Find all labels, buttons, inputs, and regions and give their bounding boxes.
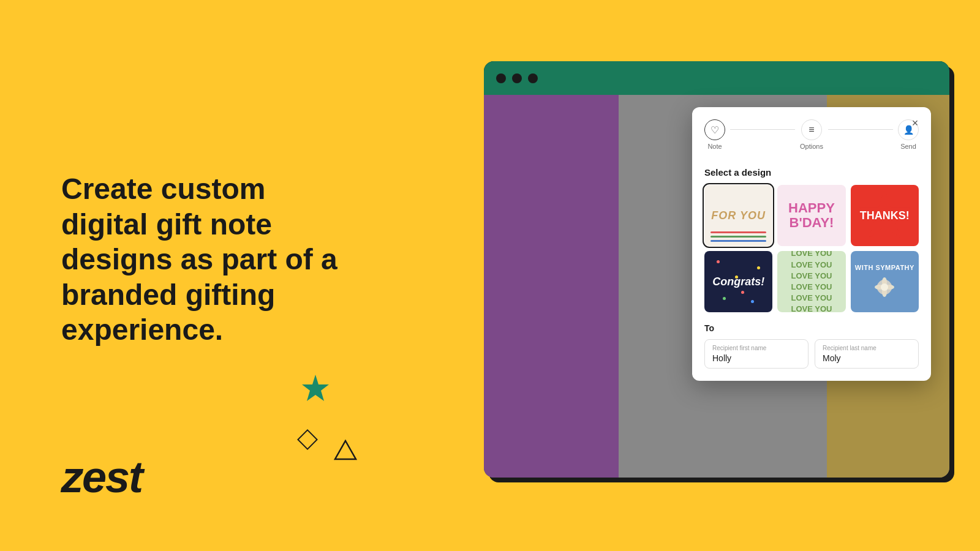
browser-dot-3 (528, 73, 538, 83)
confetti-dot-2 (757, 266, 760, 269)
step-line-2 (828, 129, 893, 130)
first-name-value: Holly (712, 353, 801, 363)
bg-purple (484, 95, 619, 478)
svg-marker-0 (302, 375, 329, 401)
hero-text: Create custom digital gift note designs … (61, 171, 355, 348)
browser-dot-2 (512, 73, 522, 83)
first-name-label: Recipient first name (712, 345, 801, 351)
confetti-dot-5 (741, 291, 744, 294)
card-congrats[interactable]: Congrats! (704, 251, 772, 312)
recipient-first-name-field[interactable]: Recipient first name Holly (704, 339, 809, 369)
thanks-text: THANKS! (860, 209, 910, 222)
step-line-1 (730, 129, 795, 130)
card-love-you[interactable]: LOVE YOULOVE YOULOVE YOULOVE YOULOVE YOU… (777, 251, 845, 312)
gift-note-modal: × ♡ Note ≡ Options 👤 Send Selec (692, 107, 931, 381)
card-happy-bday[interactable]: HAPPYB'DAY! (777, 185, 845, 246)
love-you-text: LOVE YOULOVE YOULOVE YOULOVE YOULOVE YOU… (791, 251, 832, 312)
last-name-label: Recipient last name (823, 345, 911, 351)
step-options-icon: ≡ (801, 119, 822, 140)
card-sympathy[interactable]: WITH SYMPATHY (851, 251, 919, 312)
triangle-decoration (334, 440, 357, 460)
confetti-dot-6 (735, 276, 738, 279)
step-options[interactable]: ≡ Options (800, 119, 823, 150)
left-content: Create custom digital gift note designs … (61, 171, 355, 372)
browser-titlebar (484, 61, 949, 95)
zest-logo: zest (61, 452, 142, 502)
step-send-label: Send (900, 143, 916, 150)
confetti-dot-3 (723, 297, 726, 300)
step-note-label: Note (707, 143, 722, 150)
last-name-value: Moly (823, 353, 911, 363)
to-section: To Recipient first name Holly Recipient … (704, 323, 919, 369)
to-label: To (704, 323, 919, 333)
sympathy-text: WITH SYMPATHY (855, 264, 914, 271)
step-options-label: Options (800, 143, 823, 150)
step-note[interactable]: ♡ Note (704, 119, 725, 150)
browser-dot-1 (496, 73, 506, 83)
select-design-title: Select a design (704, 167, 919, 178)
recipient-fields: Recipient first name Holly Recipient las… (704, 339, 919, 369)
stepper: ♡ Note ≡ Options 👤 Send (704, 119, 919, 156)
card-for-you[interactable]: FOR YOU (704, 185, 772, 246)
happy-bday-text: HAPPYB'DAY! (788, 201, 835, 230)
star-decoration (300, 373, 331, 404)
browser-window: × ♡ Note ≡ Options 👤 Send Selec (484, 61, 949, 478)
step-note-icon: ♡ (704, 119, 725, 140)
svg-marker-1 (335, 441, 356, 459)
svg-point-10 (881, 283, 888, 291)
congrats-text: Congrats! (712, 276, 764, 288)
browser-content: × ♡ Note ≡ Options 👤 Send Selec (484, 95, 949, 478)
confetti-dot-4 (751, 300, 754, 303)
for-you-text: FOR YOU (711, 209, 766, 222)
close-button[interactable]: × (908, 116, 922, 130)
card-thanks[interactable]: THANKS! (851, 185, 919, 246)
confetti-dot-1 (717, 260, 720, 263)
recipient-last-name-field[interactable]: Recipient last name Moly (815, 339, 919, 369)
flower-icon (872, 275, 897, 299)
cards-grid: FOR YOU HAPPYB'DAY! (704, 185, 919, 312)
